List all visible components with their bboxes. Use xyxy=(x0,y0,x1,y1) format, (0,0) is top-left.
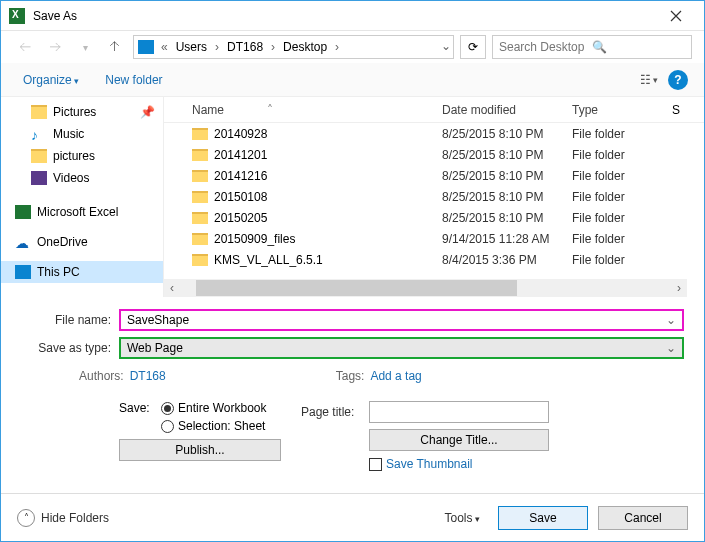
up-button[interactable]: 🡡 xyxy=(103,35,127,59)
folder-icon xyxy=(192,149,208,161)
folder-icon xyxy=(192,191,208,203)
sidebar-item-excel[interactable]: Microsoft Excel xyxy=(1,201,163,223)
chevron-down-icon[interactable]: ⌄ xyxy=(441,39,451,53)
refresh-button[interactable]: ⟳ xyxy=(460,35,486,59)
breadcrumb-item[interactable]: Users xyxy=(173,40,210,54)
breadcrumb-prefix: « xyxy=(158,40,171,54)
file-row[interactable]: 201501088/25/2015 8:10 PMFile folder xyxy=(164,186,704,207)
file-row[interactable]: 20150909_files9/14/2015 11:28 AMFile fol… xyxy=(164,228,704,249)
sidebar-item-music[interactable]: ♪Music xyxy=(1,123,163,145)
file-row[interactable]: 201502058/25/2015 8:10 PMFile folder xyxy=(164,207,704,228)
pagetitle-label: Page title: xyxy=(301,405,369,419)
music-icon: ♪ xyxy=(31,127,47,141)
close-button[interactable] xyxy=(656,2,696,30)
horizontal-scrollbar[interactable]: ‹› xyxy=(164,279,687,297)
hide-folders-button[interactable]: ˄ Hide Folders xyxy=(17,509,109,527)
sidebar-item-onedrive[interactable]: ☁OneDrive xyxy=(1,231,163,253)
pc-icon xyxy=(15,265,31,279)
column-type[interactable]: Type xyxy=(572,103,672,117)
sidebar-item-pictures[interactable]: Pictures📌 xyxy=(1,101,163,123)
file-row[interactable]: 201412018/25/2015 8:10 PMFile folder xyxy=(164,144,704,165)
search-icon: 🔍 xyxy=(592,40,685,54)
organize-menu[interactable]: Organize xyxy=(17,71,85,89)
navigation-pane: Pictures📌 ♪Music pictures Videos Microso… xyxy=(1,97,163,297)
cancel-button[interactable]: Cancel xyxy=(598,506,688,530)
recent-locations[interactable]: ▾ xyxy=(73,35,97,59)
radio-selection-label: Selection: Sheet xyxy=(178,419,265,433)
radio-selection[interactable] xyxy=(161,420,174,433)
search-placeholder: Search Desktop xyxy=(499,40,592,54)
help-button[interactable]: ? xyxy=(668,70,688,90)
tags-value[interactable]: Add a tag xyxy=(370,369,421,383)
radio-entire-workbook[interactable] xyxy=(161,402,174,415)
folder-icon xyxy=(192,233,208,245)
save-thumbnail-label: Save Thumbnail xyxy=(386,457,473,471)
filename-label: File name: xyxy=(21,313,119,327)
sidebar-item-pictures2[interactable]: pictures xyxy=(1,145,163,167)
folder-icon xyxy=(192,254,208,266)
breadcrumb[interactable]: « Users › DT168 › Desktop › ⌄ xyxy=(133,35,454,59)
view-menu[interactable]: ☷▾ xyxy=(640,73,658,87)
pc-icon xyxy=(138,40,154,54)
sidebar-item-videos[interactable]: Videos xyxy=(1,167,163,189)
folder-icon xyxy=(192,170,208,182)
filename-input[interactable]: SaveShape xyxy=(119,309,684,331)
cloud-icon: ☁ xyxy=(15,235,31,249)
file-list[interactable]: 201409288/25/2015 8:10 PMFile folder 201… xyxy=(164,123,704,279)
pin-icon: 📌 xyxy=(140,105,155,119)
chevron-up-icon: ˄ xyxy=(17,509,35,527)
save-label: Save: xyxy=(119,401,157,415)
save-thumbnail-checkbox[interactable] xyxy=(369,458,382,471)
save-button[interactable]: Save xyxy=(498,506,588,530)
column-size[interactable]: S xyxy=(672,103,680,117)
folder-icon xyxy=(192,128,208,140)
new-folder-button[interactable]: New folder xyxy=(105,73,162,87)
folder-icon xyxy=(31,149,47,163)
savetype-label: Save as type: xyxy=(21,341,119,355)
pagetitle-input[interactable] xyxy=(369,401,549,423)
savetype-dropdown[interactable]: Web Page xyxy=(119,337,684,359)
tags-label: Tags: xyxy=(336,369,365,383)
forward-button[interactable]: 🡢 xyxy=(43,35,67,59)
folder-icon xyxy=(31,105,47,119)
column-date[interactable]: Date modified xyxy=(442,103,572,117)
window-title: Save As xyxy=(33,9,656,23)
sidebar-item-thispc[interactable]: This PC xyxy=(1,261,163,283)
column-name[interactable]: Name xyxy=(192,103,442,117)
excel-icon xyxy=(15,205,31,219)
breadcrumb-item[interactable]: DT168 xyxy=(224,40,266,54)
tools-menu[interactable]: Tools xyxy=(444,511,480,525)
search-input[interactable]: Search Desktop 🔍 xyxy=(492,35,692,59)
file-row[interactable]: KMS_VL_ALL_6.5.18/4/2015 3:36 PMFile fol… xyxy=(164,249,704,270)
breadcrumb-item[interactable]: Desktop xyxy=(280,40,330,54)
back-button[interactable]: 🡠 xyxy=(13,35,37,59)
authors-label: Authors: xyxy=(79,369,124,383)
publish-button[interactable]: Publish... xyxy=(119,439,281,461)
authors-value[interactable]: DT168 xyxy=(130,369,166,383)
file-row[interactable]: 201409288/25/2015 8:10 PMFile folder xyxy=(164,123,704,144)
excel-icon xyxy=(9,8,25,24)
folder-icon xyxy=(192,212,208,224)
radio-entire-label: Entire Workbook xyxy=(178,401,266,415)
file-row[interactable]: 201412168/25/2015 8:10 PMFile folder xyxy=(164,165,704,186)
video-icon xyxy=(31,171,47,185)
change-title-button[interactable]: Change Title... xyxy=(369,429,549,451)
